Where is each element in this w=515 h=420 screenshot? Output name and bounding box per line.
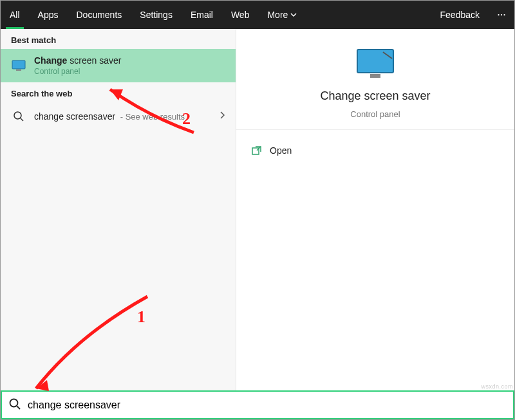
tab-all-label: All [10, 10, 20, 20]
preview-hero: Change screen saver Control panel [236, 29, 514, 130]
web-result-title: change screensaver - See web results [34, 111, 185, 122]
results-list: Best match Change screen saver Control p… [1, 29, 236, 392]
feedback-label: Feedback [440, 10, 480, 20]
search-input[interactable] [28, 399, 507, 411]
search-bar-icon [8, 397, 21, 413]
tab-more[interactable]: More [258, 1, 306, 29]
tab-more-label: More [267, 10, 288, 20]
preview-actions: Open [236, 130, 514, 171]
tab-apps[interactable]: Apps [29, 1, 68, 29]
tab-apps-label: Apps [38, 10, 59, 20]
tab-settings-label: Settings [140, 10, 173, 20]
web-result[interactable]: change screensaver - See web results [1, 102, 236, 131]
best-match-result[interactable]: Change screen saver Control panel [1, 49, 236, 82]
windows-search-panel: All Apps Documents Settings Email Web Mo… [0, 0, 515, 420]
search-tabs: All Apps Documents Settings Email Web Mo… [1, 1, 514, 29]
tab-settings[interactable]: Settings [131, 1, 182, 29]
tab-documents-label: Documents [76, 10, 122, 20]
preview-pane: Change screen saver Control panel Open [236, 29, 514, 392]
svg-rect-8 [370, 74, 380, 78]
svg-point-5 [14, 112, 21, 119]
svg-point-2 [503, 14, 505, 15]
tab-web[interactable]: Web [222, 1, 259, 29]
svg-rect-3 [12, 60, 25, 69]
svg-line-6 [21, 118, 23, 121]
open-icon [252, 145, 262, 156]
best-match-header: Best match [1, 29, 236, 49]
search-bar[interactable] [1, 390, 514, 419]
screen-saver-large-icon [355, 47, 396, 83]
tab-email-label: Email [191, 10, 213, 20]
web-result-query: change screensaver [34, 111, 115, 122]
result-title-strong: Change [34, 55, 67, 66]
result-title: Change screen saver [34, 55, 121, 66]
svg-rect-4 [16, 69, 21, 71]
tab-documents[interactable]: Documents [67, 1, 131, 29]
open-action[interactable]: Open [252, 140, 499, 161]
watermark: wsxdn.com [481, 383, 513, 390]
preview-subtitle: Control panel [350, 109, 400, 119]
svg-rect-7 [357, 50, 393, 73]
chevron-right-icon [219, 111, 225, 122]
ellipsis-icon [498, 14, 505, 16]
result-title-rest: screen saver [67, 55, 121, 66]
feedback-link[interactable]: Feedback [431, 1, 489, 29]
svg-point-0 [498, 14, 499, 15]
tab-email[interactable]: Email [182, 1, 222, 29]
more-options-button[interactable] [489, 1, 514, 29]
results-body: Best match Change screen saver Control p… [1, 29, 514, 392]
search-icon [11, 109, 26, 124]
result-subtitle: Control panel [34, 67, 121, 76]
result-text: Change screen saver Control panel [34, 55, 121, 76]
svg-point-11 [10, 399, 18, 406]
preview-title: Change screen saver [320, 89, 430, 103]
svg-line-12 [17, 406, 21, 409]
screen-saver-icon [11, 58, 26, 73]
tab-all[interactable]: All [1, 1, 29, 29]
search-web-header: Search the web [1, 82, 236, 102]
svg-point-1 [501, 14, 502, 15]
web-result-suffix: - See web results [118, 112, 185, 122]
chevron-down-icon [290, 12, 297, 18]
tab-web-label: Web [231, 10, 250, 20]
open-label: Open [270, 145, 292, 156]
